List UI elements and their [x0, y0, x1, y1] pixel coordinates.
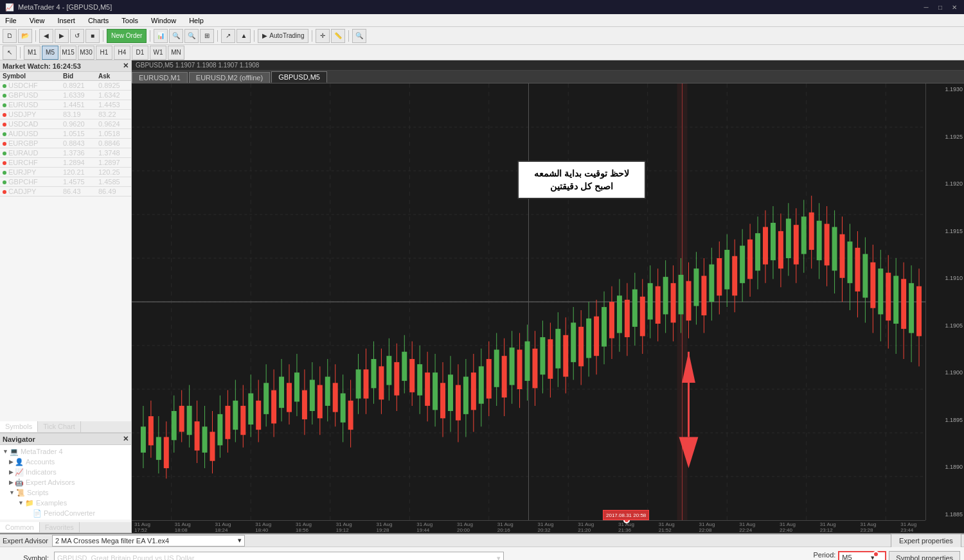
maximize-button[interactable]: □: [936, 3, 945, 12]
menu-view[interactable]: View: [27, 15, 48, 26]
svg-rect-42: [210, 432, 215, 460]
market-watch-close-icon[interactable]: ✕: [123, 62, 129, 70]
mw-row-usdcad[interactable]: USDCAD 0.9620 0.9624: [0, 119, 131, 129]
nav-ea-expand-icon: ▶: [9, 479, 13, 486]
chart-tab-eurusd-m2[interactable]: EURUSD,M2 (offline): [189, 72, 270, 83]
menu-charts[interactable]: Charts: [85, 15, 111, 26]
zoom-in-button[interactable]: 🔍: [169, 29, 183, 43]
mw-row-eurusd[interactable]: EURUSD 1.4451 1.4453: [0, 100, 131, 110]
stop-button[interactable]: ■: [85, 29, 100, 43]
price-10: 1.1885: [927, 511, 963, 518]
menu-help[interactable]: Help: [186, 15, 206, 26]
period-w1[interactable]: W1: [150, 46, 166, 60]
tab-tick-chart[interactable]: Tick Chart: [38, 421, 81, 432]
price-2: 1.1925: [927, 134, 963, 140]
highlighted-time-box: 2017.08.31 20:58: [603, 510, 649, 520]
svg-rect-205: [832, 227, 837, 270]
zoom-out-button[interactable]: 🔍: [184, 29, 199, 43]
menu-window[interactable]: Window: [148, 15, 179, 26]
line-studies-button[interactable]: 📏: [331, 29, 345, 43]
mw-row-gbpusd[interactable]: GBPUSD 1.6339 1.6342: [0, 91, 131, 100]
period-d1[interactable]: D1: [132, 46, 148, 60]
menu-insert[interactable]: Insert: [55, 15, 78, 26]
navigator-close-icon[interactable]: ✕: [123, 435, 129, 443]
nav-indicators[interactable]: ▶ 📈 Indicators: [0, 467, 131, 477]
market-watch-table: Symbol Bid Ask USDCHF 0.8921 0.8925 GBPU…: [0, 72, 131, 421]
open-button[interactable]: 📂: [18, 29, 32, 43]
symbol-properties-button[interactable]: Symbol properties: [889, 551, 960, 560]
nav-scripts[interactable]: ▼ 📜 Scripts: [0, 487, 131, 498]
svg-rect-114: [486, 359, 492, 399]
menu-file[interactable]: File: [3, 15, 19, 26]
tab-favorites[interactable]: Favorites: [40, 522, 80, 532]
crosshair-button[interactable]: ✛: [316, 29, 330, 43]
search-button[interactable]: 🔍: [352, 29, 366, 43]
period-h4[interactable]: H4: [114, 46, 130, 60]
mw-row-euraud[interactable]: EURAUD 1.3736 1.3748: [0, 148, 131, 158]
nav-scripts-expand-icon: ▼: [9, 489, 15, 496]
experts-button[interactable]: ▲: [237, 29, 251, 43]
svg-rect-58: [271, 390, 276, 424]
svg-rect-118: [502, 356, 507, 398]
new-button[interactable]: 🗋: [3, 29, 17, 43]
mw-row-eurchf[interactable]: EURCHF 1.2894 1.2897: [0, 158, 131, 168]
svg-rect-167: [686, 281, 692, 321]
arrow-tool-button[interactable]: ↖: [3, 46, 17, 60]
symbol-dropdown[interactable]: GBPUSD, Great Britain Pound vs US Dollar…: [54, 552, 504, 560]
mw-bid-gbpusd: 1.6339: [60, 91, 96, 100]
chart-tab-gbpusd-m5[interactable]: GBPUSD,M5: [271, 71, 327, 83]
mw-row-usdjpy[interactable]: USDJPY 83.19 83.22: [0, 110, 131, 119]
app-icon: 📈: [5, 3, 14, 12]
nav-accounts[interactable]: ▶ 👤 Accounts: [0, 457, 131, 467]
period-m5[interactable]: M5: [42, 46, 58, 60]
mw-row-gbpchf[interactable]: GBPCHF 1.4575 1.4585: [0, 177, 131, 187]
period-cursor: [873, 551, 879, 557]
chart-canvas[interactable]: لاحظ توقيت بداية الشمعه اصبح كل دقيقتين …: [132, 83, 964, 533]
expert-properties-button[interactable]: Expert properties: [891, 534, 961, 548]
mw-row-cadjpy[interactable]: CADJPY 86.43 86.49: [0, 187, 131, 197]
svg-rect-30: [164, 437, 169, 468]
refresh-button[interactable]: ↺: [70, 29, 84, 43]
svg-rect-126: [532, 349, 537, 389]
mw-row-audusd[interactable]: AUDUSD 1.0515 1.0518: [0, 129, 131, 139]
period-m30[interactable]: M30: [78, 46, 94, 60]
svg-rect-40: [202, 426, 208, 452]
chart-type-button[interactable]: 📊: [154, 29, 168, 43]
indicators-button[interactable]: ↗: [221, 29, 235, 43]
close-button[interactable]: ✕: [950, 3, 959, 12]
svg-rect-90: [394, 362, 399, 396]
nav-accounts-expand-icon: ▶: [9, 459, 13, 465]
chart-tab-eurusd-m1[interactable]: EURUSD,M1: [132, 72, 188, 83]
time-14: 31 Aug 21:52: [659, 521, 681, 533]
mw-row-eurjpy[interactable]: EURJPY 120.21 120.25: [0, 168, 131, 177]
menu-tools[interactable]: Tools: [119, 15, 141, 26]
tab-common[interactable]: Common: [0, 522, 40, 532]
period-mn[interactable]: MN: [168, 46, 184, 60]
price-6: 1.1905: [927, 322, 963, 329]
period-m15[interactable]: M15: [60, 46, 76, 60]
back-button[interactable]: ◀: [39, 29, 53, 43]
forward-button[interactable]: ▶: [55, 29, 69, 43]
menu-bar: File View Insert Charts Tools Window Hel…: [0, 14, 964, 27]
nav-root[interactable]: ▼ 💻 MetaTrader 4: [0, 446, 131, 457]
ea-selector-dropdown[interactable]: 2 MA Crosses Mega filter EA V1.ex4 ▾: [52, 535, 245, 547]
grid-button[interactable]: ⊞: [200, 29, 214, 43]
period-m1[interactable]: M1: [24, 46, 40, 60]
nav-examples[interactable]: ▼ 📁 Examples: [0, 498, 131, 508]
autotrading-button[interactable]: ▶ AutoTrading: [258, 29, 308, 43]
nav-period-converter[interactable]: ▶ 📄 PeriodConverter: [0, 508, 131, 518]
new-order-button[interactable]: New Order: [107, 29, 147, 43]
svg-rect-136: [571, 322, 576, 362]
svg-rect-96: [417, 364, 422, 396]
mw-symbol-audusd: AUDUSD: [0, 129, 60, 138]
minimize-button[interactable]: ─: [922, 3, 931, 12]
period-dropdown[interactable]: M5 ▾: [838, 551, 886, 560]
mw-row-usdchf[interactable]: USDCHF 0.8921 0.8925: [0, 81, 131, 91]
mw-ask-usdjpy: 83.22: [96, 110, 131, 119]
svg-rect-207: [840, 234, 845, 278]
nav-expert-advisors[interactable]: ▶ 🤖 Expert Advisors: [0, 477, 131, 487]
mw-row-eurgbp[interactable]: EURGBP 0.8843 0.8846: [0, 139, 131, 148]
period-h1[interactable]: H1: [96, 46, 112, 60]
price-4: 1.1915: [927, 228, 963, 234]
tab-symbols[interactable]: Symbols: [0, 421, 38, 432]
